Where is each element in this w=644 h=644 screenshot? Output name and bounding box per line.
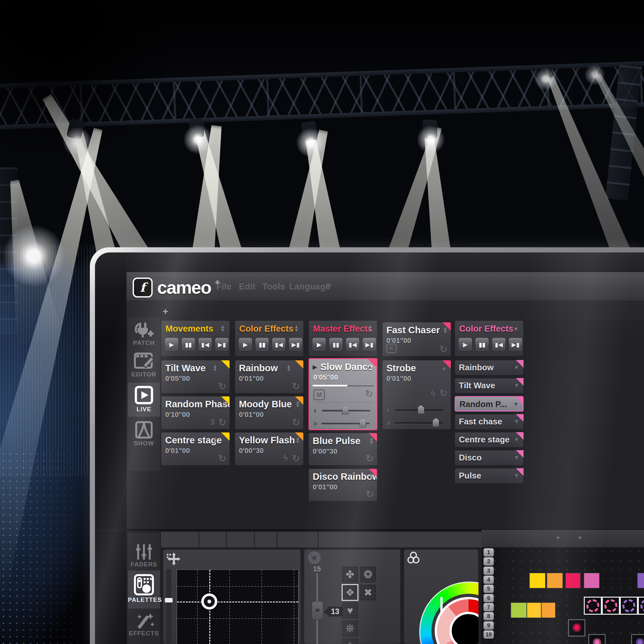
- gobo-swatch-spiral[interactable]: ❊: [342, 621, 358, 636]
- pause-button[interactable]: ▮▮: [475, 337, 489, 352]
- cue-moody-blue[interactable]: Moody Blue 0'01"00 ▲▼ ↻: [235, 396, 304, 430]
- pause-button[interactable]: ▮▮: [181, 337, 195, 352]
- sidebar-item-patch[interactable]: PATCH: [128, 321, 160, 346]
- preset-rainbow[interactable]: Rainbow ▼: [455, 360, 524, 375]
- loop-icon[interactable]: ↻: [292, 453, 300, 464]
- sidebar-item-faders[interactable]: FADERS: [128, 543, 160, 568]
- cue-strobe-running[interactable]: Strobe 0'01"00 ▲ ϟ ↻ ◐ »: [382, 360, 451, 430]
- preset-fast-chase[interactable]: Fast chase ▼: [455, 414, 524, 430]
- prev-button[interactable]: ▮◀: [346, 337, 360, 352]
- gobo-swatch-dot-circle[interactable]: ❂: [360, 567, 376, 582]
- row-button-4[interactable]: 4: [483, 575, 494, 584]
- loop-icon[interactable]: ↻: [440, 387, 448, 399]
- row-button-6[interactable]: 6: [483, 594, 494, 602]
- fixture-swatch-purple[interactable]: [637, 573, 644, 589]
- preset-disco[interactable]: Disco ▼: [455, 450, 524, 466]
- gobo-swatch-swirl[interactable]: ✾: [342, 639, 358, 644]
- menu-language[interactable]: Language: [289, 282, 330, 292]
- menu-tools[interactable]: Tools: [262, 282, 285, 292]
- chevron-down-icon[interactable]: ▼: [513, 326, 519, 333]
- menu-help[interactable]: ?: [326, 282, 331, 292]
- loop-icon[interactable]: ↻: [218, 417, 226, 428]
- next-button[interactable]: ▶▮: [215, 337, 229, 352]
- color-wheel[interactable]: [404, 549, 478, 644]
- cue-disco-rainbow[interactable]: Disco Rainbow 0'01"00 ▲▼ ↻: [308, 469, 377, 501]
- fixture-swatch-green[interactable]: [510, 602, 527, 618]
- add-tab-button[interactable]: +: [163, 306, 168, 317]
- row-button-3[interactable]: 3: [483, 566, 494, 575]
- play-button[interactable]: ▶: [458, 337, 472, 352]
- row-button-10[interactable]: 10: [483, 630, 494, 639]
- pause-button[interactable]: ▮▮: [329, 337, 343, 352]
- cue-blue-pulse[interactable]: Blue Pulse 0'00"30 ▲▼ ↻: [308, 433, 377, 466]
- fixture-swatch-yellow[interactable]: [526, 602, 542, 618]
- pan-tilt-handle[interactable]: [201, 593, 217, 610]
- gobo-slider-handle[interactable]: [312, 601, 323, 620]
- gobo-swatch-heart[interactable]: ♥: [342, 603, 358, 618]
- play-button[interactable]: ▶: [165, 337, 179, 352]
- loop-icon[interactable]: ↻: [292, 381, 300, 392]
- loop-icon[interactable]: ↻: [218, 381, 226, 392]
- chevron-down-icon[interactable]: ▼: [578, 535, 582, 540]
- sort-icon[interactable]: ▲▼: [213, 364, 217, 371]
- tilt-slider-handle[interactable]: [165, 598, 173, 602]
- loop-icon[interactable]: ↻: [365, 388, 373, 399]
- row-button-5[interactable]: 5: [483, 584, 494, 593]
- fixture-gobo-pink[interactable]: [602, 597, 620, 615]
- prev-button[interactable]: ▮◀: [492, 337, 506, 352]
- sort-icon[interactable]: ▲▼: [286, 364, 291, 371]
- row-button-8[interactable]: 8: [483, 612, 494, 620]
- next-button[interactable]: ▶▮: [289, 337, 303, 352]
- cue-yellow-flash[interactable]: Yellow Flash 0'00"30 ▲▼ ϟ ↻: [235, 432, 304, 466]
- tilt-slider-track[interactable]: [166, 569, 171, 644]
- play-button[interactable]: ▶: [238, 337, 252, 352]
- fixture-gobo-pink[interactable]: [584, 597, 602, 615]
- pan-tilt-xy-pad[interactable]: [176, 569, 299, 644]
- preset-tilt-wave[interactable]: Tilt Wave ▼: [455, 378, 524, 393]
- pause-button[interactable]: ▮▮: [255, 337, 269, 352]
- sidebar-item-effects[interactable]: EFFECTS: [128, 612, 160, 637]
- row-button-9[interactable]: 9: [483, 621, 494, 630]
- play-button[interactable]: ▶: [312, 337, 326, 352]
- loop-icon[interactable]: ↻: [292, 417, 300, 428]
- intensity-slider[interactable]: ◐: [313, 406, 370, 415]
- fixture-swatch-orange[interactable]: [546, 573, 563, 589]
- menu-file[interactable]: File: [216, 282, 232, 292]
- menu-edit[interactable]: Edit: [239, 282, 255, 292]
- cue-random-phase[interactable]: Random Phase 0'10"00 ▲▼ 3 ↻: [161, 396, 230, 430]
- speed-slider[interactable]: »: [313, 419, 370, 428]
- gobo-swatch-diamond-selected[interactable]: ❖: [342, 584, 358, 601]
- fixture-gobo-purple[interactable]: [620, 597, 638, 615]
- cue-tilt-wave[interactable]: Tilt Wave 0'05"00 ▲▼ ↻: [161, 360, 230, 393]
- sort-icon[interactable]: ▲▼: [294, 325, 299, 332]
- sort-icon[interactable]: ▲▼: [213, 436, 217, 443]
- row-button-2[interactable]: 2: [483, 557, 494, 566]
- cue-slow-dance-selected[interactable]: ▶ Slow Dance 0'05"00 ▲ M ↻ ◐ »: [308, 358, 377, 430]
- fixture-canvas[interactable]: [481, 547, 644, 644]
- prev-button[interactable]: ▮◀: [198, 337, 212, 352]
- loop-icon[interactable]: ↻: [440, 344, 448, 355]
- sidebar-item-show[interactable]: SHOW: [128, 421, 160, 447]
- next-button[interactable]: ▶▮: [508, 337, 523, 352]
- loop-icon[interactable]: ↻: [366, 453, 374, 464]
- preset-centre-stage[interactable]: Centre stage ▼: [455, 432, 524, 448]
- next-button[interactable]: ▶▮: [362, 337, 376, 352]
- fixture-star-purple[interactable]: ✺: [631, 634, 644, 644]
- fixture-gobo-purple[interactable]: [638, 597, 644, 615]
- cue-fast-chaser[interactable]: Fast Chaser 0'01"00 ▲▼ K ↻: [382, 322, 451, 356]
- sort-icon[interactable]: ▲▼: [220, 325, 225, 332]
- fixture-swatch-yellow[interactable]: [529, 573, 546, 589]
- sort-icon[interactable]: ▲▼: [368, 325, 373, 332]
- loop-icon[interactable]: ↻: [218, 453, 226, 464]
- speed-slider[interactable]: »: [386, 418, 443, 427]
- preset-random-phase-selected[interactable]: Random P... ▼: [455, 396, 524, 412]
- fixture-star-pink[interactable]: ✺: [588, 634, 606, 644]
- preset-pulse[interactable]: Pulse ▼: [455, 468, 524, 484]
- chevron-down-icon[interactable]: ▼: [556, 535, 560, 540]
- sidebar-item-editor[interactable]: EDITOR: [128, 351, 160, 378]
- gobo-swatch-cross[interactable]: ✖: [360, 585, 376, 600]
- row-button-7[interactable]: 7: [483, 603, 494, 611]
- loop-icon[interactable]: ↻: [366, 488, 374, 500]
- fixture-swatch-orange[interactable]: [541, 602, 556, 618]
- fixture-star-crimson[interactable]: ✺: [568, 619, 585, 637]
